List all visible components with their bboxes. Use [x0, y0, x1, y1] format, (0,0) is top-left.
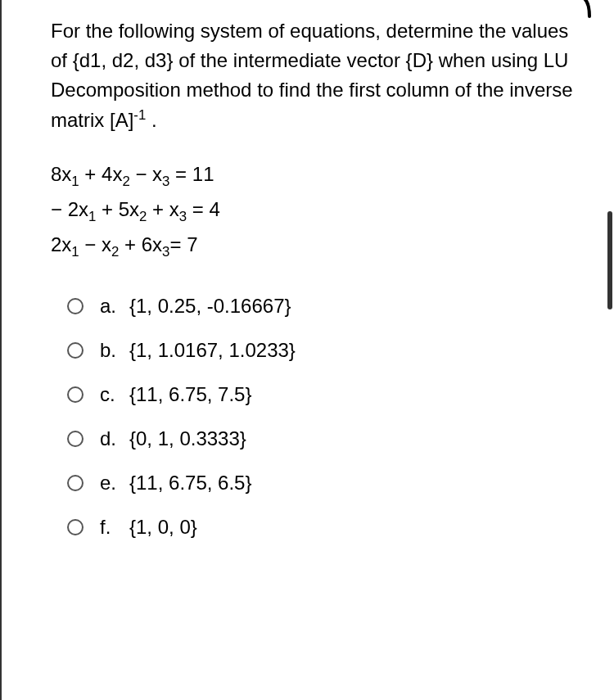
option-letter: d. [100, 427, 129, 450]
option-a[interactable]: a. {1, 0.25, -0.16667} [67, 295, 581, 318]
radio-button[interactable] [67, 519, 84, 535]
option-e[interactable]: e. {11, 6.75, 6.5} [67, 472, 581, 495]
option-text: {11, 6.75, 6.5} [129, 472, 581, 495]
option-text: {0, 1, 0.3333} [129, 427, 581, 450]
option-text: {11, 6.75, 7.5} [129, 383, 581, 406]
equation-line: 2x1 − x2 + 6x3= 7 [51, 230, 581, 262]
options-list: a. {1, 0.25, -0.16667} b. {1, 1.0167, 1.… [51, 295, 581, 539]
option-text: {1, 0, 0} [129, 516, 581, 539]
question-text: For the following system of equations, d… [51, 16, 581, 135]
equation-line: 8x1 + 4x2 − x3 = 11 [51, 160, 581, 192]
option-letter: f. [100, 516, 129, 539]
option-b[interactable]: b. {1, 1.0167, 1.0233} [67, 339, 581, 362]
corner-decoration [573, 0, 606, 25]
radio-button[interactable] [67, 475, 84, 491]
radio-button[interactable] [67, 298, 84, 314]
option-text: {1, 1.0167, 1.0233} [129, 339, 581, 362]
scrollbar-track[interactable] [606, 0, 614, 700]
radio-button[interactable] [67, 386, 84, 403]
option-d[interactable]: d. {0, 1, 0.3333} [67, 427, 581, 450]
option-c[interactable]: c. {11, 6.75, 7.5} [67, 383, 581, 406]
option-letter: e. [100, 472, 129, 495]
option-f[interactable]: f. {1, 0, 0} [67, 516, 581, 539]
option-letter: a. [100, 295, 129, 318]
option-letter: c. [100, 383, 129, 406]
equations-block: 8x1 + 4x2 − x3 = 11 − 2x1 + 5x2 + x3 = 4… [51, 160, 581, 262]
option-text: {1, 0.25, -0.16667} [129, 295, 581, 318]
equation-line: − 2x1 + 5x2 + x3 = 4 [51, 195, 581, 227]
radio-button[interactable] [67, 342, 84, 359]
option-letter: b. [100, 339, 129, 362]
question-container: For the following system of equations, d… [0, 0, 614, 700]
scrollbar-thumb[interactable] [607, 211, 612, 309]
radio-button[interactable] [67, 431, 84, 447]
